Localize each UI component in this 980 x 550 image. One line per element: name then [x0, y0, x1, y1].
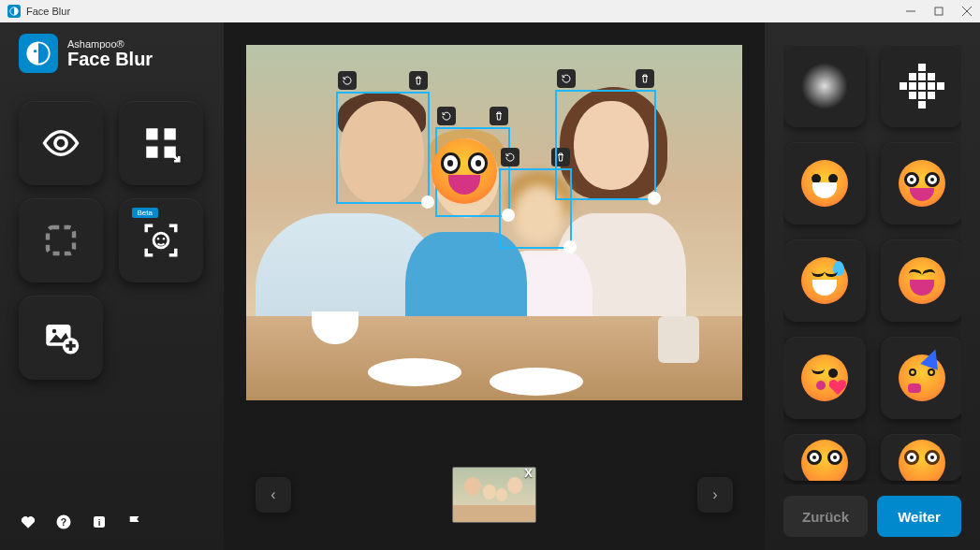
effect-emoji-kiss[interactable]	[783, 337, 866, 419]
delete-box-button[interactable]	[636, 69, 654, 88]
effect-emoji-grin[interactable]	[783, 142, 866, 224]
effect-emoji-disguise[interactable]	[881, 434, 961, 481]
brand-name: Ashampoo®	[67, 38, 153, 50]
app-icon	[7, 5, 21, 18]
face-selection-box[interactable]	[336, 92, 430, 204]
emoji-disguise-icon	[899, 440, 945, 481]
effects-grid-tool[interactable]	[119, 101, 203, 185]
pixelate-icon	[900, 64, 944, 109]
heart-icon	[20, 514, 37, 530]
image-plus-icon	[41, 318, 80, 357]
delete-box-button[interactable]	[409, 71, 428, 90]
svg-rect-2	[935, 7, 943, 15]
sidebar: Ashampoo® Face Blur Beta ?	[0, 22, 224, 550]
svg-text:i: i	[98, 517, 101, 528]
cycle-effect-button[interactable]	[338, 71, 357, 90]
cycle-effect-button[interactable]	[501, 148, 519, 166]
product-name: Face Blur	[67, 50, 153, 68]
image-thumbnail[interactable]: X	[452, 467, 536, 523]
effect-emoji-laughing[interactable]	[881, 239, 961, 322]
emoji-laughing-icon	[899, 257, 945, 304]
svg-text:?: ?	[61, 516, 66, 528]
svg-point-7	[55, 138, 66, 149]
logo: Ashampoo® Face Blur	[19, 34, 205, 73]
delete-box-button[interactable]	[490, 107, 508, 125]
info-button[interactable]: i	[90, 513, 109, 531]
next-image-button[interactable]: ›	[697, 477, 733, 513]
add-image-tool[interactable]	[19, 296, 103, 380]
close-button[interactable]	[961, 6, 973, 17]
effect-emoji-sweat[interactable]	[783, 239, 866, 322]
image-canvas[interactable]	[246, 45, 742, 400]
svg-rect-9	[164, 128, 175, 139]
svg-point-17	[52, 329, 57, 334]
face-detect-tool[interactable]: Beta	[119, 198, 203, 282]
svg-rect-10	[146, 147, 157, 158]
emoji-grin-icon	[801, 160, 848, 207]
emoji-overlay[interactable]	[431, 138, 497, 204]
logo-icon	[19, 34, 58, 73]
face-scan-icon	[141, 221, 181, 260]
info-icon: i	[91, 514, 108, 530]
titlebar: Face Blur	[0, 0, 980, 22]
svg-point-15	[162, 238, 164, 239]
prev-image-button[interactable]: ‹	[256, 477, 291, 513]
effect-pixelate[interactable]	[881, 45, 961, 127]
eye-icon	[41, 123, 80, 163]
svg-point-14	[156, 238, 158, 239]
emoji-kiss-icon	[801, 355, 848, 401]
emoji-party-icon	[899, 355, 945, 401]
window-title: Face Blur	[26, 6, 70, 17]
svg-rect-8	[146, 128, 157, 139]
main-area: ‹ X ›	[224, 22, 765, 550]
dashed-square-icon	[41, 221, 80, 260]
effect-emoji-party[interactable]	[881, 337, 961, 419]
flag-icon	[126, 514, 143, 530]
back-button[interactable]: Zurück	[783, 496, 868, 537]
maximize-button[interactable]	[933, 6, 944, 17]
svg-point-6	[34, 50, 37, 52]
blur-icon	[801, 63, 848, 109]
effect-emoji-glasses[interactable]	[881, 142, 961, 224]
beta-badge: Beta	[132, 208, 158, 218]
emoji-glasses-icon	[899, 160, 945, 207]
help-icon: ?	[55, 514, 72, 530]
cycle-effect-button[interactable]	[437, 107, 456, 125]
svg-rect-12	[48, 227, 74, 253]
next-button[interactable]: Weiter	[877, 496, 961, 537]
report-button[interactable]	[125, 513, 144, 531]
effect-blur[interactable]	[783, 45, 866, 127]
effects-panel: Zurück Weiter	[765, 22, 980, 550]
minimize-button[interactable]	[905, 6, 916, 17]
grid-cursor-icon	[141, 123, 181, 163]
resize-handle[interactable]	[648, 192, 661, 205]
face-selection-box[interactable]	[555, 90, 656, 200]
crop-tool[interactable]	[19, 198, 103, 282]
effect-emoji-nerd[interactable]	[783, 434, 866, 481]
emoji-nerd-icon	[801, 440, 848, 481]
favorite-button[interactable]	[19, 513, 37, 531]
cycle-effect-button[interactable]	[557, 69, 576, 88]
remove-thumbnail-button[interactable]: X	[524, 467, 533, 480]
help-button[interactable]: ?	[54, 513, 73, 531]
emoji-sweat-icon	[801, 257, 848, 304]
resize-handle[interactable]	[563, 240, 577, 253]
preview-tool[interactable]	[19, 101, 103, 185]
